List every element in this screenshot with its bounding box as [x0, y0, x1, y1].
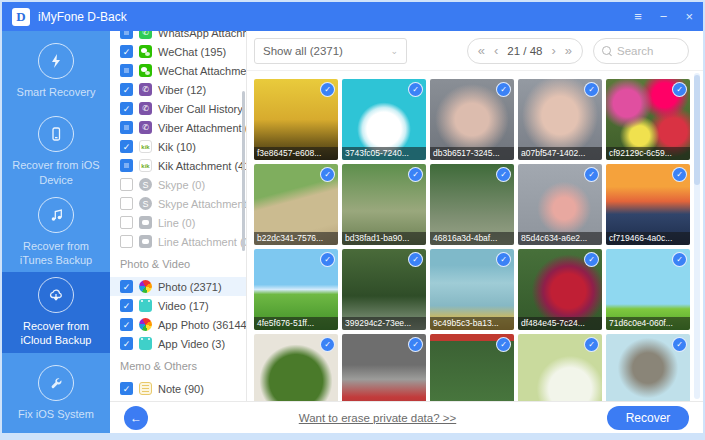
- selected-check-icon[interactable]: ✓: [408, 82, 423, 97]
- checked-checkbox[interactable]: ✓: [120, 318, 133, 331]
- checklist-item-viber-attachment-47[interactable]: ✆Viber Attachment (47): [110, 118, 246, 137]
- photo-thumbnail[interactable]: ✓: [254, 334, 338, 401]
- recover-button[interactable]: Recover: [607, 406, 689, 430]
- checked-checkbox[interactable]: ✓: [120, 140, 133, 153]
- minimize-icon[interactable]: −: [660, 10, 668, 23]
- selected-check-icon[interactable]: ✓: [496, 252, 511, 267]
- unchecked-checkbox[interactable]: [120, 235, 133, 248]
- photo-thumbnail[interactable]: ✓cf719466-4a0c...: [606, 164, 690, 245]
- selected-check-icon[interactable]: ✓: [584, 82, 599, 97]
- checklist-item-note-90[interactable]: ✓Note (90): [110, 379, 246, 398]
- photo-thumbnail[interactable]: ✓: [430, 334, 514, 401]
- photo-thumbnail[interactable]: ✓4fe5f676-51ff...: [254, 249, 338, 330]
- checklist-item-line-0[interactable]: Line (0): [110, 213, 246, 232]
- photo-thumbnail[interactable]: ✓: [518, 334, 602, 401]
- checklist-item-kik-attachment-41[interactable]: kikKik Attachment (41): [110, 156, 246, 175]
- line-icon: [139, 216, 152, 229]
- sidebar-item-recover-from-itunes-backup[interactable]: Recover from iTunes Backup: [2, 192, 110, 272]
- prev-page-button[interactable]: ‹: [494, 44, 498, 57]
- unchecked-checkbox[interactable]: [120, 178, 133, 191]
- photo-thumbnail[interactable]: ✓85d4c634-a6e2...: [518, 164, 602, 245]
- photo-thumbnail[interactable]: ✓71d6c0e4-060f...: [606, 249, 690, 330]
- photo-thumbnail[interactable]: ✓cf92129c-6c59...: [606, 79, 690, 160]
- sidebar-item-recover-from-ios-device[interactable]: Recover from iOS Device: [2, 111, 110, 191]
- selected-check-icon[interactable]: ✓: [496, 167, 511, 182]
- checked-checkbox[interactable]: ✓: [120, 45, 133, 58]
- selected-check-icon[interactable]: ✓: [320, 167, 335, 182]
- checklist-scrollbar[interactable]: [242, 91, 245, 251]
- photo-thumbnail[interactable]: ✓46816a3d-4baf...: [430, 164, 514, 245]
- photo-thumbnail[interactable]: ✓3743fc05-7240...: [342, 79, 426, 160]
- photo-thumbnail[interactable]: ✓a07bf547-1402...: [518, 79, 602, 160]
- checklist-item-skype-attachment-0[interactable]: SSkype Attachment (0): [110, 194, 246, 213]
- checked-checkbox[interactable]: ✓: [120, 382, 133, 395]
- first-page-button[interactable]: «: [478, 44, 485, 57]
- sidebar-item-label: Recover from iCloud Backup: [10, 319, 102, 348]
- filter-dropdown[interactable]: Show all (2371) ⌄: [254, 38, 407, 64]
- photo-thumbnail[interactable]: ✓b22dc341-7576...: [254, 164, 338, 245]
- partial-checkbox[interactable]: [120, 31, 133, 39]
- checklist-item-wechat-attachment-37368[interactable]: WeChat Attachment (37368): [110, 61, 246, 80]
- photo-thumbnail[interactable]: ✓df484e45-7c24...: [518, 249, 602, 330]
- checked-checkbox[interactable]: ✓: [120, 337, 133, 350]
- last-page-button[interactable]: »: [565, 44, 572, 57]
- selected-check-icon[interactable]: ✓: [408, 167, 423, 182]
- sidebar-item-smart-recovery[interactable]: Smart Recovery: [2, 31, 110, 111]
- checklist-item-skype-0[interactable]: SSkype (0): [110, 175, 246, 194]
- unchecked-checkbox[interactable]: [120, 216, 133, 229]
- close-icon[interactable]: ×: [685, 10, 693, 23]
- photo-thumbnail[interactable]: ✓9c49b5c3-ba13...: [430, 249, 514, 330]
- checklist-item-kik-10[interactable]: ✓kikKik (10): [110, 137, 246, 156]
- checklist-item-whatsapp-attachment-619[interactable]: ✆WhatsApp Attachment (619): [110, 31, 246, 42]
- checked-checkbox[interactable]: ✓: [120, 280, 133, 293]
- selected-check-icon[interactable]: ✓: [496, 337, 511, 352]
- checked-checkbox[interactable]: ✓: [120, 83, 133, 96]
- selected-check-icon[interactable]: ✓: [672, 252, 687, 267]
- search-input[interactable]: [617, 45, 680, 57]
- selected-check-icon[interactable]: ✓: [584, 252, 599, 267]
- selected-check-icon[interactable]: ✓: [672, 167, 687, 182]
- selected-check-icon[interactable]: ✓: [408, 337, 423, 352]
- photo-filename: db3b6517-3245...: [430, 147, 514, 160]
- selected-check-icon[interactable]: ✓: [672, 82, 687, 97]
- unchecked-checkbox[interactable]: [120, 197, 133, 210]
- sidebar-item-fix-ios-system[interactable]: Fix iOS System: [2, 353, 110, 433]
- checklist-item-app-video-3[interactable]: ✓App Video (3): [110, 334, 246, 353]
- photo-thumbnail[interactable]: ✓f3e86457-e608...: [254, 79, 338, 160]
- back-button[interactable]: ←: [124, 406, 148, 430]
- selected-check-icon[interactable]: ✓: [320, 82, 335, 97]
- partial-checkbox[interactable]: [120, 64, 133, 77]
- partial-checkbox[interactable]: [120, 159, 133, 172]
- selected-check-icon[interactable]: ✓: [496, 82, 511, 97]
- photo-thumbnail[interactable]: ✓399294c2-73ee...: [342, 249, 426, 330]
- checklist-item-app-photo-36144[interactable]: ✓App Photo (36144): [110, 315, 246, 334]
- photo-thumbnail[interactable]: ✓db3b6517-3245...: [430, 79, 514, 160]
- search-box[interactable]: [593, 38, 689, 64]
- checked-checkbox[interactable]: ✓: [120, 299, 133, 312]
- sidebar-item-recover-from-icloud-backup[interactable]: Recover from iCloud Backup: [2, 272, 110, 352]
- erase-private-data-link[interactable]: Want to erase private data? >>: [299, 412, 456, 424]
- grid-scrollbar[interactable]: [694, 73, 700, 399]
- checklist-item-label: Viber Call History (5): [158, 103, 247, 115]
- photo-thumbnail[interactable]: ✓: [606, 334, 690, 401]
- checklist-item-viber-12[interactable]: ✓✆Viber (12): [110, 80, 246, 99]
- selected-check-icon[interactable]: ✓: [408, 252, 423, 267]
- selected-check-icon[interactable]: ✓: [320, 337, 335, 352]
- selected-check-icon[interactable]: ✓: [320, 252, 335, 267]
- menu-icon[interactable]: ≡: [634, 10, 642, 23]
- partial-checkbox[interactable]: [120, 121, 133, 134]
- checklist-item-wechat-195[interactable]: ✓WeChat (195): [110, 42, 246, 61]
- selected-check-icon[interactable]: ✓: [584, 167, 599, 182]
- selected-check-icon[interactable]: ✓: [672, 337, 687, 352]
- photo-filename: 46816a3d-4baf...: [430, 232, 514, 245]
- photo-filename: bd38fad1-ba90...: [342, 232, 426, 245]
- next-page-button[interactable]: ›: [551, 44, 555, 57]
- photo-thumbnail[interactable]: ✓: [342, 334, 426, 401]
- checked-checkbox[interactable]: ✓: [120, 102, 133, 115]
- checklist-item-photo-2371[interactable]: ✓Photo (2371): [110, 277, 246, 296]
- checklist-item-video-17[interactable]: ✓Video (17): [110, 296, 246, 315]
- checklist-item-viber-call-history-5[interactable]: ✓✆Viber Call History (5): [110, 99, 246, 118]
- selected-check-icon[interactable]: ✓: [584, 337, 599, 352]
- photo-thumbnail[interactable]: ✓bd38fad1-ba90...: [342, 164, 426, 245]
- checklist-item-line-attachment-0[interactable]: Line Attachment (0): [110, 232, 246, 251]
